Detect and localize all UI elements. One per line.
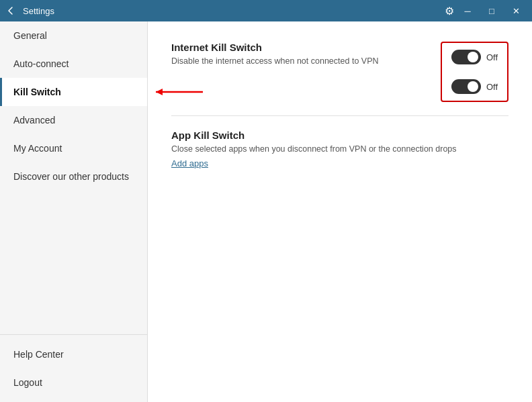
internet-toggle-container: Off bbox=[451, 50, 498, 64]
app-kill-switch-toggle[interactable] bbox=[451, 79, 481, 94]
internet-kill-switch-row: Internet Kill Switch Disable the interne… bbox=[171, 42, 508, 116]
toggle-knob bbox=[468, 52, 478, 62]
window-title: Settings bbox=[23, 6, 445, 16]
close-button[interactable]: ✕ bbox=[505, 0, 527, 21]
minimize-button[interactable]: ─ bbox=[457, 0, 478, 21]
internet-kill-switch-title: Internet Kill Switch bbox=[171, 42, 427, 53]
gear-icon[interactable]: ⚙ bbox=[445, 5, 454, 17]
internet-kill-switch-state: Off bbox=[486, 52, 498, 62]
sidebar-item-advanced[interactable]: Advanced bbox=[0, 106, 147, 134]
sidebar-item-my-account[interactable]: My Account bbox=[0, 134, 147, 162]
internet-kill-switch-info: Internet Kill Switch Disable the interne… bbox=[171, 42, 441, 68]
maximize-button[interactable]: □ bbox=[481, 0, 502, 21]
sidebar-item-logout[interactable]: Logout bbox=[0, 368, 147, 397]
app-kill-switch-desc: Close selected apps when you disconnect … bbox=[171, 144, 495, 156]
internet-kill-switch-toggle[interactable] bbox=[451, 50, 481, 64]
app-kill-switch-row: App Kill Switch Close selected apps when… bbox=[171, 130, 508, 169]
app-body: General Auto-connect Kill Switch Advance… bbox=[0, 21, 532, 402]
sidebar-top: General Auto-connect Kill Switch Advance… bbox=[0, 21, 147, 334]
titlebar: Settings ⚙ ─ □ ✕ bbox=[0, 0, 532, 21]
add-apps-link[interactable]: Add apps bbox=[171, 158, 208, 168]
window-controls: ─ □ ✕ bbox=[457, 0, 527, 21]
app-kill-switch-title: App Kill Switch bbox=[171, 130, 495, 141]
sidebar-item-help[interactable]: Help Center bbox=[0, 340, 147, 368]
sidebar-bottom: Help Center Logout bbox=[0, 334, 147, 402]
sidebar-item-discover[interactable]: Discover our other products bbox=[0, 162, 147, 191]
back-button[interactable] bbox=[5, 5, 16, 16]
sidebar-item-auto-connect[interactable]: Auto-connect bbox=[0, 50, 147, 78]
toggle-knob-2 bbox=[468, 81, 478, 92]
content-area: Internet Kill Switch Disable the interne… bbox=[148, 21, 532, 402]
sidebar-item-general[interactable]: General bbox=[0, 21, 147, 50]
app-kill-switch-state: Off bbox=[486, 82, 498, 92]
sidebar-item-kill-switch[interactable]: Kill Switch bbox=[0, 78, 147, 106]
toggles-highlight-box: Off Off bbox=[441, 42, 508, 102]
internet-kill-switch-desc: Disable the internet access when not con… bbox=[171, 56, 427, 68]
app-toggle-container: Off bbox=[451, 79, 498, 94]
sidebar: General Auto-connect Kill Switch Advance… bbox=[0, 21, 148, 402]
app-kill-switch-info: App Kill Switch Close selected apps when… bbox=[171, 130, 508, 169]
